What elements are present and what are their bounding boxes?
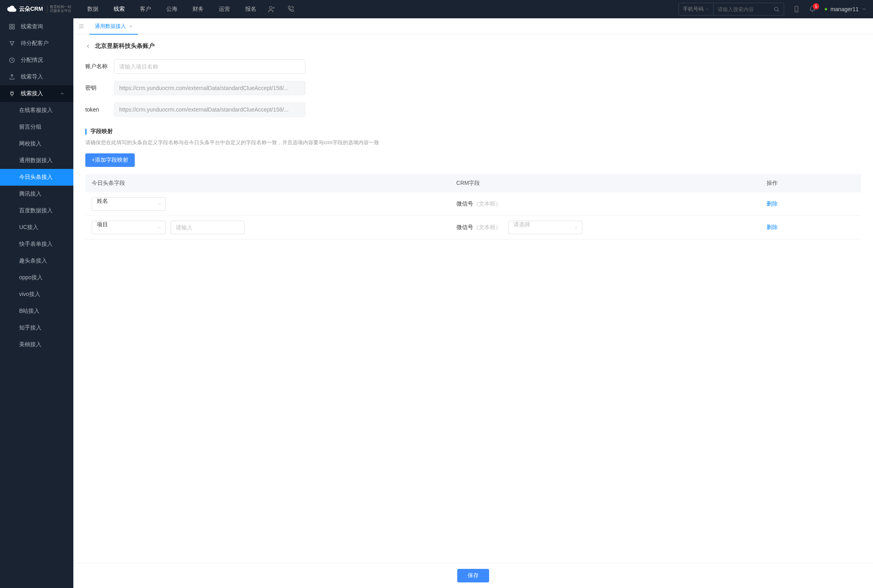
sidebar-sub-item-5[interactable]: 腾讯接入 bbox=[0, 186, 73, 202]
notification-button[interactable]: 5 bbox=[809, 6, 816, 13]
search-input[interactable] bbox=[714, 6, 769, 12]
sidebar: 线索查询待分配客户分配情况线索导入线索接入在线客服接入留言分组网校接入通用数据接… bbox=[0, 18, 73, 588]
crm-field-label: 微信号 bbox=[456, 200, 473, 207]
search-icon bbox=[773, 6, 780, 12]
sidebar-sub-item-13[interactable]: 知乎接入 bbox=[0, 319, 73, 336]
field-mapping-table: 今日头条字段 CRM字段 操作 姓名微信号（文本框）删除项目微信号（文本框）请选… bbox=[85, 174, 861, 239]
tabs-collapse-button[interactable] bbox=[73, 23, 89, 29]
tab-0[interactable]: 通用数据接入× bbox=[89, 18, 138, 34]
sidebar-sub-item-0[interactable]: 在线客服接入 bbox=[0, 102, 73, 119]
nav-item-5[interactable]: 运营 bbox=[219, 6, 230, 13]
username-label: manager11 bbox=[830, 6, 859, 12]
user-add-icon[interactable] bbox=[267, 5, 275, 13]
svg-rect-3 bbox=[10, 24, 12, 26]
upload-icon bbox=[9, 74, 15, 80]
crm-field-label: 微信号 bbox=[456, 224, 473, 230]
table-row: 姓名微信号（文本框）删除 bbox=[85, 192, 861, 216]
nav-item-0[interactable]: 数据 bbox=[87, 6, 98, 13]
sidebar-sub-item-8[interactable]: 快手表单接入 bbox=[0, 236, 73, 253]
filter-icon bbox=[9, 40, 15, 47]
sidebar-item-2[interactable]: 分配情况 bbox=[0, 52, 73, 69]
delete-row-link[interactable]: 删除 bbox=[767, 200, 778, 207]
tabs-bar: 通用数据接入× bbox=[73, 18, 873, 34]
mobile-icon bbox=[793, 6, 800, 13]
page-title: 北京昱新科技头条账户 bbox=[95, 42, 155, 50]
save-button[interactable]: 保存 bbox=[457, 569, 489, 582]
section-title: 字段映射 bbox=[90, 128, 113, 135]
logo[interactable]: 云朵CRM 教育机构一站 式服务云平台 bbox=[6, 4, 71, 14]
toutiao-field-select[interactable]: 项目 bbox=[92, 221, 166, 234]
nav-item-3[interactable]: 公海 bbox=[166, 6, 177, 13]
svg-rect-5 bbox=[10, 27, 12, 29]
sidebar-sub-item-7[interactable]: UC接入 bbox=[0, 219, 73, 236]
account-name-label: 账户名称 bbox=[85, 63, 114, 70]
notification-badge: 5 bbox=[813, 3, 819, 10]
account-name-input[interactable] bbox=[114, 59, 305, 74]
svg-rect-6 bbox=[12, 27, 14, 29]
main-content: 通用数据接入× 北京昱新科技头条账户 账户名称 密钥 token bbox=[73, 18, 873, 588]
svg-point-0 bbox=[269, 6, 272, 9]
table-header-toutiao: 今日头条字段 bbox=[85, 174, 450, 192]
nav-item-6[interactable]: 报名 bbox=[245, 6, 256, 13]
nav-item-4[interactable]: 财务 bbox=[193, 6, 204, 13]
footer-bar: 保存 bbox=[73, 563, 873, 588]
sidebar-sub-item-10[interactable]: oppo接入 bbox=[0, 269, 73, 286]
chevron-up-icon bbox=[60, 91, 65, 96]
logo-text: 云朵CRM bbox=[19, 6, 43, 13]
sidebar-item-1[interactable]: 待分配客户 bbox=[0, 35, 73, 52]
sidebar-item-3[interactable]: 线索导入 bbox=[0, 69, 73, 85]
search-type-select[interactable]: 手机号码 bbox=[679, 3, 714, 15]
toutiao-field-select[interactable]: 姓名 bbox=[92, 197, 166, 211]
sidebar-sub-item-1[interactable]: 留言分组 bbox=[0, 119, 73, 135]
nav-item-2[interactable]: 客户 bbox=[140, 6, 151, 13]
chevron-left-icon bbox=[85, 43, 91, 49]
grid-icon bbox=[9, 24, 15, 30]
delete-row-link[interactable]: 删除 bbox=[767, 224, 778, 230]
nav-item-1[interactable]: 线索 bbox=[114, 6, 125, 13]
crm-field-select[interactable]: 请选择 bbox=[508, 221, 582, 234]
breadcrumb-back[interactable]: 北京昱新科技头条账户 bbox=[85, 42, 861, 50]
nav-menu: 数据线索客户公海财务运营报名 bbox=[87, 6, 256, 13]
sidebar-sub-item-11[interactable]: vivo接入 bbox=[0, 286, 73, 303]
tab-close-icon[interactable]: × bbox=[129, 23, 132, 29]
table-header-crm: CRM字段 bbox=[450, 174, 760, 192]
clock-icon bbox=[9, 57, 15, 63]
token-label: token bbox=[85, 106, 114, 113]
plug-icon bbox=[9, 90, 15, 97]
sidebar-sub-item-6[interactable]: 百度数据接入 bbox=[0, 202, 73, 219]
cloud-logo-icon bbox=[6, 4, 17, 14]
add-field-mapping-button[interactable]: +添加字段映射 bbox=[85, 153, 135, 167]
svg-rect-4 bbox=[12, 24, 14, 26]
sidebar-sub-item-3[interactable]: 通用数据接入 bbox=[0, 152, 73, 169]
logo-subtitle: 教育机构一站 式服务云平台 bbox=[47, 5, 71, 13]
secret-label: 密钥 bbox=[85, 84, 114, 92]
sidebar-sub-item-9[interactable]: 趣头条接入 bbox=[0, 253, 73, 269]
section-hint: 请确保您在此填写的头条自定义字段名称与在今日头条平台中自定义的字段名称一致，并且… bbox=[85, 139, 861, 146]
secret-input[interactable] bbox=[114, 81, 305, 95]
sidebar-sub-item-12[interactable]: B站接入 bbox=[0, 303, 73, 319]
search-button[interactable] bbox=[769, 6, 784, 12]
table-row: 项目微信号（文本框）请选择删除 bbox=[85, 216, 861, 239]
chevron-down-icon bbox=[862, 7, 867, 12]
sidebar-sub-item-14[interactable]: 美柚接入 bbox=[0, 336, 73, 353]
menu-collapse-icon bbox=[78, 23, 85, 29]
sidebar-sub-item-2[interactable]: 网校接入 bbox=[0, 135, 73, 152]
svg-rect-2 bbox=[795, 6, 798, 12]
top-header: 云朵CRM 教育机构一站 式服务云平台 数据线索客户公海财务运营报名 手机号码 bbox=[0, 0, 873, 18]
sidebar-item-0[interactable]: 线索查询 bbox=[0, 18, 73, 35]
phone-call-icon[interactable] bbox=[287, 5, 295, 13]
toutiao-extra-input[interactable] bbox=[171, 221, 245, 234]
section-accent-bar bbox=[85, 129, 87, 135]
status-dot-icon bbox=[825, 8, 827, 10]
user-menu[interactable]: manager11 bbox=[825, 6, 867, 12]
search-box: 手机号码 bbox=[678, 3, 784, 16]
chevron-down-icon bbox=[705, 7, 709, 11]
table-header-action: 操作 bbox=[760, 174, 861, 192]
sidebar-sub-item-4[interactable]: 今日头条接入 bbox=[0, 169, 73, 186]
token-input[interactable] bbox=[114, 102, 305, 117]
sidebar-item-4[interactable]: 线索接入 bbox=[0, 85, 73, 102]
mobile-icon-button[interactable] bbox=[793, 6, 800, 13]
